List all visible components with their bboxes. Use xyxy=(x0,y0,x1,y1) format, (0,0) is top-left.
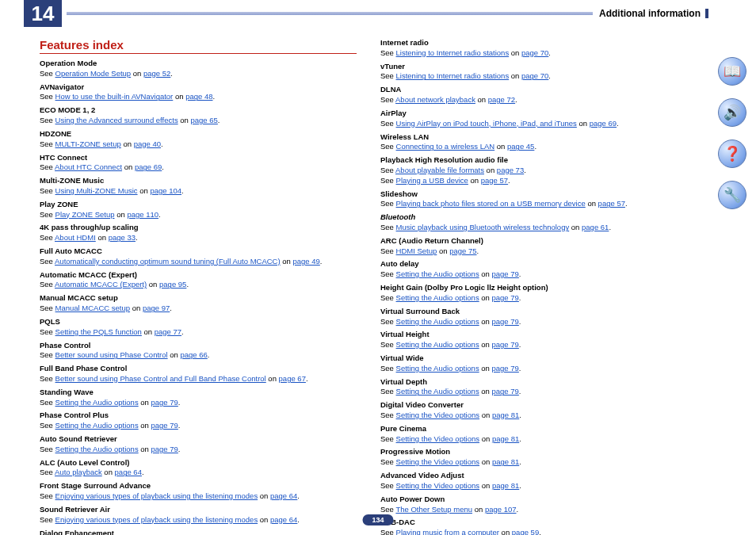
topic-link[interactable]: Using the Advanced surround effects xyxy=(55,116,178,124)
topic-link[interactable]: Automatic MCACC (Expert) xyxy=(55,280,147,289)
page-link[interactable]: page 110 xyxy=(127,210,158,219)
topic-link[interactable]: Setting the Audio options xyxy=(55,421,139,430)
feature-entry: Progressive MotionSee Setting the Video … xyxy=(380,447,697,468)
topic-link[interactable]: Setting the Audio options xyxy=(396,293,479,302)
topic-link[interactable]: Setting the Audio options xyxy=(396,340,479,349)
topic-link[interactable]: Better sound using Phase Control and Ful… xyxy=(55,374,266,383)
entry-reference: See The Other Setup menu on page 107. xyxy=(380,505,697,515)
page-link[interactable]: page 81 xyxy=(492,411,519,419)
page-link[interactable]: page 70 xyxy=(521,48,548,57)
page-link[interactable]: page 77 xyxy=(155,327,181,336)
help-icon[interactable]: ❓ xyxy=(718,139,746,168)
page-link[interactable]: page 79 xyxy=(151,398,178,407)
page-link[interactable]: page 79 xyxy=(492,364,519,373)
page-link[interactable]: page 61 xyxy=(582,223,609,231)
page-link[interactable]: page 67 xyxy=(279,374,306,383)
topic-link[interactable]: Playing back photo files stored on a USB… xyxy=(396,199,586,208)
topic-link[interactable]: Setting the Audio options xyxy=(396,269,479,278)
page-link[interactable]: page 66 xyxy=(180,350,207,359)
entry-title: DLNA xyxy=(380,85,697,95)
page-link[interactable]: page 64 xyxy=(270,515,297,524)
topic-link[interactable]: Music playback using Bluetooth wireless … xyxy=(396,223,570,231)
page-link[interactable]: page 48 xyxy=(185,92,212,101)
feature-entry: Phase Control PlusSee Setting the Audio … xyxy=(40,411,357,431)
page-link[interactable]: page 40 xyxy=(134,139,161,148)
page-link[interactable]: page 79 xyxy=(492,269,519,278)
page-link[interactable]: page 81 xyxy=(492,457,519,466)
page-link[interactable]: page 73 xyxy=(497,166,524,174)
entry-reference: See Enjoying various types of playback u… xyxy=(40,515,357,525)
page-link[interactable]: page 69 xyxy=(135,162,162,171)
page-link[interactable]: page 64 xyxy=(115,468,142,476)
page-link[interactable]: page 72 xyxy=(488,95,515,104)
page-link[interactable]: page 79 xyxy=(492,317,519,326)
page-link[interactable]: page 33 xyxy=(109,233,136,242)
topic-link[interactable]: About playable file formats xyxy=(395,166,484,174)
topic-link[interactable]: Using Multi-ZONE Music xyxy=(55,186,138,195)
topic-link[interactable]: Listening to Internet radio stations xyxy=(396,48,510,57)
topic-link[interactable]: Connecting to a wireless LAN xyxy=(396,142,495,151)
topic-link[interactable]: About HTC Connect xyxy=(55,162,122,171)
topic-link[interactable]: Setting the Audio options xyxy=(55,445,139,453)
page-link[interactable]: page 79 xyxy=(492,387,519,396)
topic-link[interactable]: Listening to Internet radio stations xyxy=(396,71,510,80)
page-link[interactable]: page 69 xyxy=(590,119,617,128)
topic-link[interactable]: How to use the built-in AVNavigator xyxy=(55,92,174,101)
topic-link[interactable]: Setting the Video options xyxy=(396,434,479,443)
topic-link[interactable]: Enjoying various types of playback using… xyxy=(55,515,258,524)
page-link[interactable]: page 79 xyxy=(151,421,178,430)
page-link[interactable]: page 79 xyxy=(492,340,519,349)
feature-entry: Auto Power DownSee The Other Setup menu … xyxy=(380,495,697,515)
topic-link[interactable]: About network playback xyxy=(395,95,475,104)
page-link[interactable]: page 81 xyxy=(492,434,519,443)
topic-link[interactable]: Play ZONE Setup xyxy=(55,210,115,219)
topic-link[interactable]: Manual MCACC setup xyxy=(55,304,131,312)
page-link[interactable]: page 81 xyxy=(492,481,519,490)
page-link[interactable]: page 52 xyxy=(143,69,170,78)
entry-reference: See Setting the Audio options on page 79… xyxy=(380,293,697,304)
page-link[interactable]: page 64 xyxy=(270,491,297,500)
page-link[interactable]: page 107 xyxy=(485,505,517,514)
page-link[interactable]: page 57 xyxy=(481,176,508,185)
topic-link[interactable]: Automatically conducting optimum sound t… xyxy=(55,257,281,266)
topic-link[interactable]: Enjoying various types of playback using… xyxy=(55,491,258,500)
page-link[interactable]: page 104 xyxy=(150,186,181,195)
speaker-icon[interactable]: 🔊 xyxy=(718,98,746,127)
entry-title: Full Band Phase Control xyxy=(40,364,357,374)
entry-title: Advanced Video Adjust xyxy=(380,471,697,481)
topic-link[interactable]: The Other Setup menu xyxy=(395,505,472,514)
page-link[interactable]: page 75 xyxy=(449,246,476,255)
topic-link[interactable]: About HDMI xyxy=(55,233,96,242)
feature-entry: Virtual Surround BackSee Setting the Aud… xyxy=(380,307,697,327)
topic-link[interactable]: Setting the Audio options xyxy=(396,387,479,396)
topic-link[interactable]: Setting the Video options xyxy=(396,411,479,419)
page-link[interactable]: page 79 xyxy=(151,445,178,453)
topic-link[interactable]: Using AirPlay on iPod touch, iPhone, iPa… xyxy=(396,119,577,128)
tool-icon[interactable]: 🔧 xyxy=(718,181,746,209)
page-link[interactable]: page 97 xyxy=(143,304,170,312)
page-link[interactable]: page 65 xyxy=(191,116,218,124)
page-link[interactable]: page 59 xyxy=(512,528,539,535)
topic-link[interactable]: Setting the Audio options xyxy=(396,317,479,326)
topic-link[interactable]: Operation Mode Setup xyxy=(55,69,132,78)
topic-link[interactable]: Setting the Audio options xyxy=(396,364,479,373)
page-link[interactable]: page 70 xyxy=(521,71,548,80)
page-link[interactable]: page 57 xyxy=(598,199,625,208)
topic-link[interactable]: Better sound using Phase Control xyxy=(55,350,168,359)
topic-link[interactable]: Playing a USB device xyxy=(396,176,468,185)
topic-link[interactable]: Auto playback xyxy=(55,468,102,476)
topic-link[interactable]: Playing music from a computer xyxy=(396,528,499,535)
topic-link[interactable]: HDMI Setup xyxy=(396,246,437,255)
entry-title: ALC (Auto Level Control) xyxy=(40,458,357,468)
page-link[interactable]: page 95 xyxy=(159,280,186,289)
page-link[interactable]: page 49 xyxy=(293,257,320,266)
book-icon[interactable]: 📖 xyxy=(718,57,746,86)
topic-link[interactable]: Setting the Video options xyxy=(396,481,479,490)
topic-link[interactable]: Setting the Video options xyxy=(396,457,479,466)
topic-link[interactable]: MULTI-ZONE setup xyxy=(55,139,121,148)
entry-reference: See Better sound using Phase Control and… xyxy=(40,374,357,384)
topic-link[interactable]: Setting the Audio options xyxy=(55,398,139,407)
topic-link[interactable]: Setting the PQLS function xyxy=(55,327,142,336)
page-link[interactable]: page 45 xyxy=(507,142,534,151)
page-link[interactable]: page 79 xyxy=(492,293,519,302)
